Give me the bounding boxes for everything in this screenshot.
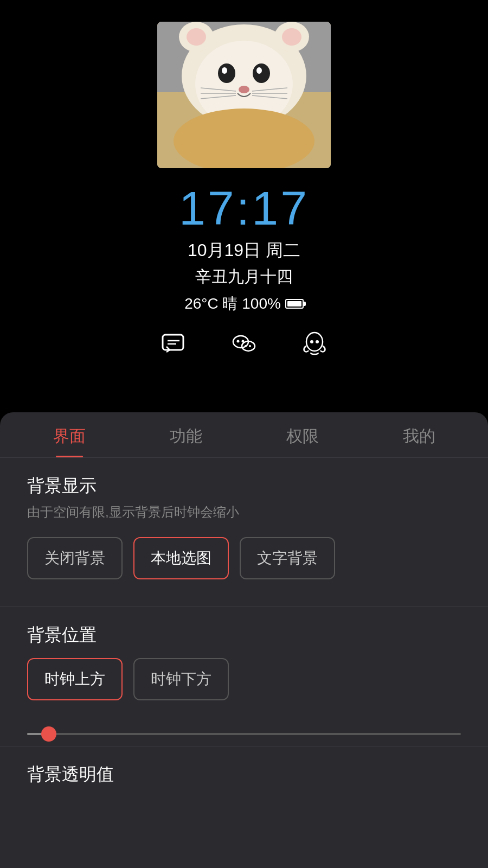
svg-point-8 xyxy=(218,63,235,83)
svg-rect-20 xyxy=(163,335,183,350)
tab-mine[interactable]: 我的 xyxy=(361,412,477,457)
svg-point-29 xyxy=(306,333,323,351)
bg-below-clock-button[interactable]: 时钟下方 xyxy=(133,658,229,700)
svg-point-28 xyxy=(249,345,251,347)
bg-display-title: 背景显示 xyxy=(27,474,461,498)
battery-icon xyxy=(285,299,304,309)
cat-avatar-image xyxy=(157,22,331,168)
svg-point-10 xyxy=(222,67,227,74)
weather-text: 26°C 晴 100% xyxy=(184,293,281,314)
opacity-slider-container[interactable] xyxy=(27,727,461,741)
bg-position-section: 背景位置 时钟上方 时钟下方 xyxy=(27,623,461,700)
svg-point-12 xyxy=(239,86,249,93)
tab-permission[interactable]: 权限 xyxy=(244,412,361,457)
qq-icon xyxy=(301,330,328,358)
bg-position-title: 背景位置 xyxy=(27,623,461,647)
message-icon xyxy=(160,330,187,358)
tab-function[interactable]: 功能 xyxy=(127,412,244,457)
bg-display-section: 背景显示 由于空间有限,显示背景后时钟会缩小 关闭背景 本地选图 文字背景 xyxy=(27,474,461,579)
bg-opacity-title: 背景透明值 xyxy=(27,763,461,787)
date-gregorian: 10月19日 周二 xyxy=(188,239,300,263)
date-lunar: 辛丑九月十四 xyxy=(195,266,293,288)
bg-local-button[interactable]: 本地选图 xyxy=(133,537,229,579)
divider-2 xyxy=(0,746,488,746)
tab-interface[interactable]: 界面 xyxy=(11,412,127,457)
settings-panel: 界面 功能 权限 我的 背景显示 由于空间有限,显示背景后时钟会缩小 关闭背景 … xyxy=(0,412,488,868)
svg-point-27 xyxy=(245,345,247,347)
tab-bar: 界面 功能 权限 我的 xyxy=(0,412,488,458)
notification-icons xyxy=(160,330,328,358)
svg-point-9 xyxy=(253,63,270,83)
svg-point-26 xyxy=(242,340,245,343)
divider-1 xyxy=(0,607,488,607)
svg-point-6 xyxy=(282,28,301,46)
slider-thumb[interactable] xyxy=(41,726,56,742)
weather-info: 26°C 晴 100% xyxy=(184,293,304,314)
wechat-icon xyxy=(230,330,258,358)
svg-point-25 xyxy=(237,340,240,343)
settings-content: 背景显示 由于空间有限,显示背景后时钟会缩小 关闭背景 本地选图 文字背景 背景… xyxy=(0,458,488,868)
bg-close-button[interactable]: 关闭背景 xyxy=(27,537,123,579)
bg-above-clock-button[interactable]: 时钟上方 xyxy=(27,658,123,700)
svg-point-11 xyxy=(256,67,262,74)
svg-point-4 xyxy=(187,28,206,46)
lock-screen-preview: 17:17 10月19日 周二 辛丑九月十四 26°C 晴 100% xyxy=(0,0,488,412)
bg-display-subtitle: 由于空间有限,显示背景后时钟会缩小 xyxy=(27,503,461,521)
clock-time: 17:17 xyxy=(179,184,309,232)
svg-point-31 xyxy=(316,340,319,343)
bg-position-buttons: 时钟上方 时钟下方 xyxy=(27,658,461,700)
bg-text-button[interactable]: 文字背景 xyxy=(240,537,335,579)
svg-point-30 xyxy=(310,340,313,343)
bg-display-buttons: 关闭背景 本地选图 文字背景 xyxy=(27,537,461,579)
slider-track xyxy=(27,733,461,735)
